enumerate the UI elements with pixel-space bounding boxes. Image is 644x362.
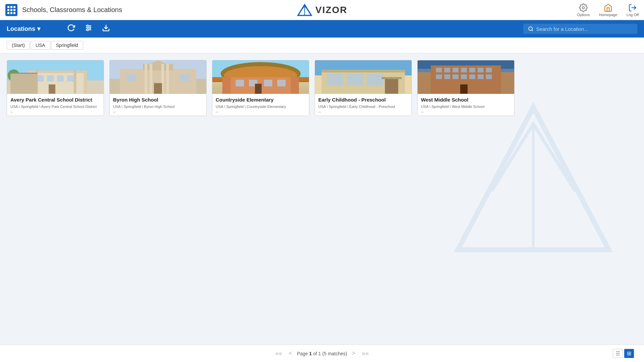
svg-rect-62 xyxy=(315,60,412,94)
svg-marker-13 xyxy=(458,107,609,250)
building-illustration-byron xyxy=(110,60,206,94)
toolbar: Locations ▾ xyxy=(0,20,644,38)
building-illustration-west xyxy=(418,60,514,94)
grid-view-button[interactable]: ⊞ xyxy=(624,349,634,358)
card-path-countryside: USA \ Springfield \ Countryside Elementa… xyxy=(216,105,306,109)
building-illustration-avery xyxy=(7,60,104,94)
card-image-west xyxy=(418,60,514,94)
homepage-label: Homepage xyxy=(599,13,617,17)
refresh-icon xyxy=(67,24,75,32)
breadcrumb-start[interactable]: (Start) xyxy=(7,41,30,50)
vizor-logo-text: VIZOR xyxy=(315,5,347,15)
list-view-button[interactable]: ☰ xyxy=(613,349,623,358)
logoff-button[interactable]: Log Off xyxy=(627,3,639,17)
logoff-label: Log Off xyxy=(627,13,639,17)
card-body-countryside: Countryside Elementary USA \ Springfield… xyxy=(212,94,309,116)
svg-point-9 xyxy=(87,29,89,31)
location-card-early[interactable]: Early Childhood - Preschool USA \ Spring… xyxy=(315,60,412,116)
options-button[interactable]: Options xyxy=(577,3,590,17)
dropdown-arrow-icon: ▾ xyxy=(37,25,40,33)
logout-icon xyxy=(628,3,637,12)
card-name-early: Early Childhood - Preschool xyxy=(318,97,408,103)
main-content: Avery Park Central School District USA \… xyxy=(0,53,644,288)
page-label: Page xyxy=(297,351,308,356)
card-dash-byron: -- xyxy=(113,110,203,114)
svg-point-8 xyxy=(89,27,91,29)
toolbar-actions xyxy=(67,24,110,34)
first-page-button[interactable]: «« xyxy=(273,349,284,358)
breadcrumb-usa[interactable]: USA xyxy=(31,41,50,50)
svg-rect-28 xyxy=(7,60,104,94)
card-image-byron xyxy=(110,60,206,94)
breadcrumb-bar: (Start) USA Springfield xyxy=(0,38,644,53)
view-toggle: ☰ ⊞ xyxy=(613,349,634,358)
card-name-west: West Middle School xyxy=(421,97,511,103)
card-dash-early: -- xyxy=(318,110,408,114)
svg-line-12 xyxy=(532,30,533,31)
location-card-countryside[interactable]: Countryside Elementary USA \ Springfield… xyxy=(212,60,309,116)
top-header: Schools, Classrooms & Locations VIZOR Op… xyxy=(0,0,644,20)
svg-rect-52 xyxy=(212,60,309,94)
total-pages: 1 xyxy=(318,351,321,356)
card-body-early: Early Childhood - Preschool USA \ Spring… xyxy=(315,94,412,116)
building-illustration-countryside xyxy=(212,60,309,94)
card-name-byron: Byron High School xyxy=(113,97,203,103)
last-page-button[interactable]: »» xyxy=(360,349,371,358)
watermark xyxy=(449,99,617,268)
current-page: 1 xyxy=(309,351,312,356)
cards-grid: Avery Park Central School District USA \… xyxy=(7,60,637,116)
page-info: Page 1 of 1 (5 matches) xyxy=(297,351,347,356)
download-button[interactable] xyxy=(102,24,110,34)
breadcrumb-springfield[interactable]: Springfield xyxy=(51,41,83,50)
card-image-avery xyxy=(7,60,104,94)
top-right-nav: Options Homepage Log Off xyxy=(577,3,639,17)
filter-icon xyxy=(85,24,93,32)
svg-rect-18 xyxy=(13,79,15,84)
search-icon xyxy=(528,26,534,32)
svg-point-7 xyxy=(87,25,89,27)
homepage-button[interactable]: Homepage xyxy=(599,3,617,17)
gear-icon xyxy=(579,3,588,12)
location-card-west[interactable]: West Middle School USA \ Springfield \ W… xyxy=(417,60,515,116)
card-path-west: USA \ Springfield \ West Middle School xyxy=(421,105,511,109)
prev-page-button[interactable]: < xyxy=(287,349,294,358)
card-image-early xyxy=(315,60,412,94)
locations-dropdown-button[interactable]: Locations ▾ xyxy=(7,25,40,33)
vizor-logo-icon xyxy=(297,3,313,17)
refresh-button[interactable] xyxy=(67,24,75,34)
location-card-avery[interactable]: Avery Park Central School District USA \… xyxy=(7,60,104,116)
svg-point-11 xyxy=(529,27,532,31)
card-path-early: USA \ Springfield \ Early Childhood - Pr… xyxy=(318,105,408,109)
page-title: Schools, Classrooms & Locations xyxy=(22,6,122,14)
card-dash-countryside: -- xyxy=(216,110,306,114)
location-card-byron[interactable]: Byron High School USA \ Springfield \ By… xyxy=(109,60,207,116)
card-body-byron: Byron High School USA \ Springfield \ By… xyxy=(110,94,206,116)
home-icon xyxy=(604,3,612,12)
card-image-countryside xyxy=(212,60,309,94)
search-input[interactable] xyxy=(536,26,633,32)
card-dash-west: -- xyxy=(421,110,511,114)
locations-label: Locations xyxy=(7,25,35,33)
next-page-button[interactable]: > xyxy=(350,349,358,358)
logo-area: VIZOR xyxy=(297,3,347,17)
pagination-bar: «« < Page 1 of 1 (5 matches) > »» ☰ ⊞ xyxy=(0,345,644,362)
card-path-byron: USA \ Springfield \ Byron High School xyxy=(113,105,203,109)
search-area xyxy=(523,24,637,34)
svg-rect-41 xyxy=(110,60,206,94)
filter-button[interactable] xyxy=(85,24,93,34)
matches-count: 5 matches xyxy=(324,351,345,356)
download-icon xyxy=(102,24,110,32)
card-name-avery: Avery Park Central School District xyxy=(10,97,100,103)
svg-rect-83 xyxy=(418,60,514,94)
svg-point-2 xyxy=(582,6,585,9)
card-body-avery: Avery Park Central School District USA \… xyxy=(7,94,104,116)
card-body-west: West Middle School USA \ Springfield \ W… xyxy=(418,94,514,116)
app-menu-button[interactable] xyxy=(5,4,17,16)
card-path-avery: USA \ Springfield \ Avery Park Central S… xyxy=(10,105,100,109)
card-name-countryside: Countryside Elementary xyxy=(216,97,306,103)
options-label: Options xyxy=(577,13,590,17)
building-illustration-early xyxy=(315,60,412,94)
card-dash-avery: -- xyxy=(10,110,100,114)
